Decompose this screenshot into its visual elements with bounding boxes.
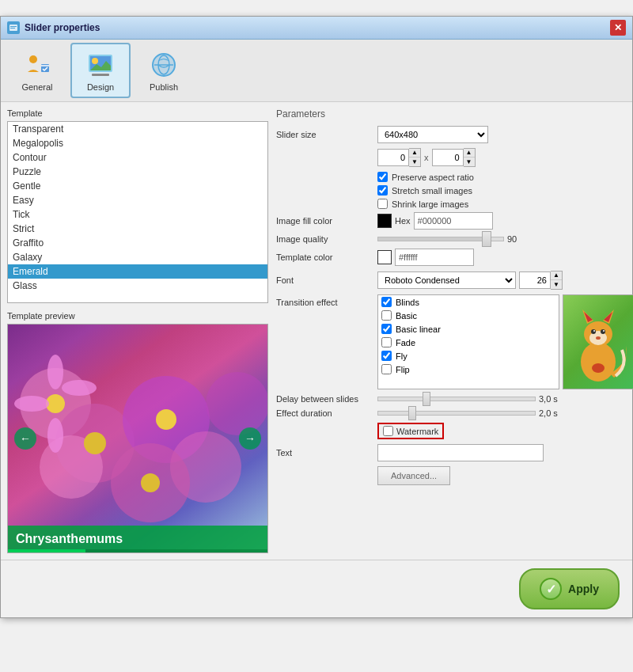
delay-controls: 3,0 s [377,394,633,404]
font-size-input[interactable] [519,271,551,289]
template-glass[interactable]: Glass [8,279,267,293]
font-size-spin: ▲ ▼ [519,271,563,290]
transition-basic-linear-cb[interactable] [381,324,392,334]
width-down[interactable]: ▼ [409,158,420,166]
next-button[interactable]: → [239,427,261,450]
toolbar-design[interactable]: Design [70,43,131,98]
template-strict[interactable]: Strict [8,222,267,236]
advanced-button[interactable]: Advanced... [377,466,450,485]
title-bar-left: Slider properties [7,21,100,34]
quality-slider[interactable] [377,237,504,241]
template-gentle[interactable]: Gentle [8,179,267,193]
quality-row: Image quality 90 [276,234,633,244]
window-icon [7,21,20,34]
transition-fly-cb[interactable] [381,351,392,361]
close-button[interactable]: ✕ [610,20,626,36]
template-megalopolis[interactable]: Megalopolis [8,136,267,150]
watermark-row: Watermark [276,423,633,439]
transition-basic[interactable]: Basic [378,309,559,322]
template-emerald[interactable]: Emerald [8,264,267,279]
svg-point-26 [62,380,97,396]
text-input[interactable] [377,444,544,461]
effect-duration-slider[interactable] [377,411,536,416]
template-color-row: Template color [276,249,633,266]
general-label: General [21,82,52,92]
title-bar: Slider properties ✕ [1,17,632,40]
height-input[interactable] [432,149,464,166]
template-tick[interactable]: Tick [8,207,267,222]
params-title: Parameters [276,108,633,120]
text-label: Text [276,448,371,457]
toolbar-general[interactable]: General [7,43,67,98]
text-controls [377,444,633,461]
width-up[interactable]: ▲ [409,149,420,158]
prev-button[interactable]: ← [14,427,36,450]
transition-fly[interactable]: Fly [378,349,559,363]
slider-size-row: Slider size 640x480 800x600 1024x768 Cus… [276,126,633,143]
effect-duration-controls: 2,0 s [377,408,633,418]
dimensions-controls: ▲ ▼ x ▲ ▼ [377,148,633,167]
font-size-up[interactable]: ▲ [551,271,562,280]
toolbar-publish[interactable]: Publish [134,43,194,98]
svg-rect-9 [92,74,109,76]
font-select[interactable]: Roboto Condensed Arial Verdana Tahoma [377,271,516,289]
fox-image [563,295,633,389]
progress-bar [8,549,267,552]
effect-duration-row: Effect duration 2,0 s [276,408,633,418]
height-spin: ▲ ▼ [432,148,476,167]
publish-icon [148,49,180,81]
transition-basic-linear[interactable]: Basic linear [378,322,559,336]
quality-controls: 90 [377,234,633,244]
svg-point-24 [141,473,160,492]
svg-point-3 [29,55,37,63]
transition-flip-cb[interactable] [381,364,392,374]
template-transparent[interactable]: Transparent [8,122,267,136]
transition-blinds[interactable]: Blinds [378,295,559,309]
preview-section: Template preview [7,311,268,553]
svg-point-28 [14,396,49,412]
template-graffito[interactable]: Graffito [8,236,267,250]
svg-point-40 [596,336,601,340]
design-icon [85,49,116,81]
template-puzzle[interactable]: Puzzle [8,165,267,179]
svg-point-23 [156,409,176,430]
design-label: Design [87,82,114,92]
transition-basic-cb[interactable] [381,310,392,321]
height-up[interactable]: ▲ [464,149,475,158]
font-controls: Roboto Condensed Arial Verdana Tahoma ▲ … [377,271,633,290]
transition-fade-cb[interactable] [381,337,392,347]
template-contour[interactable]: Contour [8,150,267,165]
apply-button[interactable]: ✓ Apply [519,568,620,609]
height-down[interactable]: ▼ [464,158,475,166]
preserve-aspect-checkbox[interactable] [377,172,388,182]
transition-list[interactable]: Blinds Basic Basic linear Fade [377,294,559,389]
font-size-down[interactable]: ▼ [551,280,562,289]
svg-point-27 [47,418,63,453]
caption-text: Chrysanthemums [16,532,123,545]
svg-rect-1 [10,26,17,27]
delay-slider[interactable] [377,397,536,401]
transition-flip[interactable]: Flip [378,363,559,376]
template-color-swatch[interactable] [377,250,392,264]
watermark-label: Watermark [396,427,438,436]
watermark-checkbox[interactable] [383,426,393,436]
left-panel: Template Transparent Megalopolis Contour… [7,108,268,553]
fill-color-swatch[interactable] [377,214,392,228]
stretch-small-checkbox[interactable] [377,185,388,196]
template-section-label: Template [7,108,268,118]
hex-label: Hex [395,216,411,226]
template-easy[interactable]: Easy [8,193,267,207]
template-galaxy[interactable]: Galaxy [8,250,267,264]
transition-fade[interactable]: Fade [378,336,559,349]
transition-blinds-cb[interactable] [381,297,392,307]
width-input[interactable] [377,149,409,166]
svg-point-36 [591,329,596,334]
template-list[interactable]: Transparent Megalopolis Contour Puzzle G… [7,121,268,303]
slider-size-select[interactable]: 640x480 800x600 1024x768 Custom [377,126,488,143]
effect-duration-value: 2,0 s [539,408,558,418]
width-spin: ▲ ▼ [377,148,421,167]
template-color-input[interactable] [395,249,474,266]
fill-color-input[interactable] [414,212,493,230]
shrink-large-checkbox[interactable] [377,199,388,209]
preview-section-label: Template preview [7,311,268,321]
